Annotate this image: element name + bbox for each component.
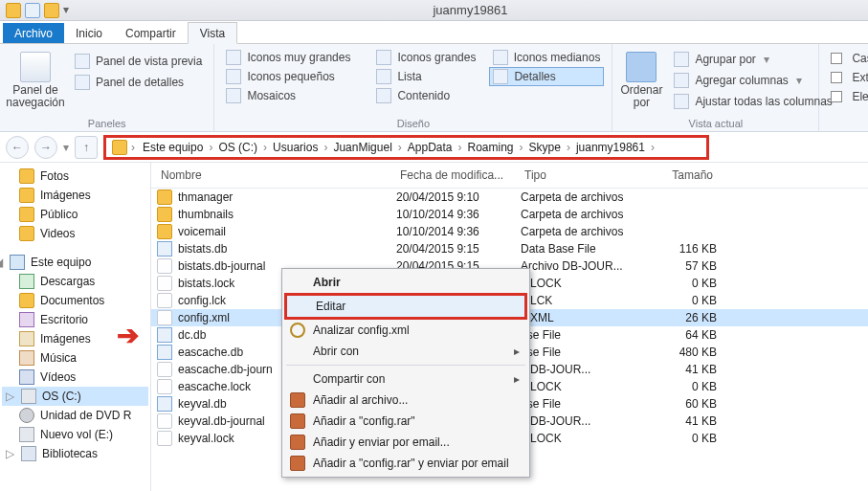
qat-dropdown-icon[interactable]: ▾ <box>63 3 78 18</box>
drive-icon <box>19 369 34 385</box>
tree-item[interactable]: Documentos <box>2 291 148 310</box>
chevron-right-icon[interactable]: › <box>396 141 404 154</box>
layout-small[interactable]: Iconos pequeños <box>222 67 370 86</box>
fit-columns-button[interactable]: Ajustar todas las columnas <box>670 92 835 111</box>
ctx-send-rar-email[interactable]: Añadir a "config.rar" y enviar por email <box>284 453 527 474</box>
expand-icon[interactable]: ◢ <box>0 256 4 269</box>
tree-item[interactable]: ▷OS (C:) <box>2 387 148 406</box>
file-icon <box>157 293 172 308</box>
md-icons-icon <box>493 50 507 65</box>
forward-button[interactable]: → <box>34 136 57 159</box>
tiles-icon <box>226 88 241 103</box>
chevron-right-icon[interactable]: › <box>565 141 572 154</box>
breadcrumb-item[interactable]: Skype <box>525 139 565 156</box>
titlebar: ▾ juanmy19861 <box>0 0 868 21</box>
breadcrumb-item[interactable]: JuanMiguel <box>329 139 395 156</box>
header-name[interactable]: Nombre <box>157 167 396 184</box>
tree-item[interactable]: Unidad de DVD R <box>2 406 148 425</box>
rar-icon <box>290 435 305 450</box>
rar-icon <box>290 413 305 429</box>
tree-item[interactable]: Público <box>2 205 148 224</box>
ctx-edit[interactable]: Editar <box>284 293 527 320</box>
chevron-right-icon[interactable]: › <box>129 141 137 154</box>
hidden-toggle[interactable]: Elem <box>827 88 868 105</box>
navigation-pane-button[interactable]: Panel de navegación <box>8 48 63 116</box>
pane-icon <box>20 52 51 82</box>
chevron-right-icon[interactable]: › <box>649 141 657 154</box>
drive-icon <box>19 350 34 366</box>
column-headers[interactable]: Nombre Fecha de modifica... Tipo Tamaño <box>151 163 868 189</box>
layout-details[interactable]: Detalles <box>489 67 604 86</box>
tab-view[interactable]: Vista <box>188 22 237 44</box>
tree-item[interactable]: Fotos <box>2 167 148 186</box>
breadcrumb-item[interactable]: juanmy19861 <box>572 139 649 156</box>
ribbon: Panel de navegación Panel de vista previ… <box>0 44 868 132</box>
breadcrumb-item[interactable]: Usuarios <box>269 139 322 156</box>
tree-this-pc[interactable]: ◢Este equipo <box>2 253 148 272</box>
expand-icon[interactable]: ▷ <box>6 390 15 403</box>
breadcrumb[interactable]: › Este equipo›OS (C:)›Usuarios›JuanMigue… <box>103 135 709 160</box>
layout-content[interactable]: Contenido <box>372 86 487 105</box>
open-icon[interactable] <box>44 3 59 18</box>
ctx-open-with[interactable]: Abrir con▸ <box>284 341 527 362</box>
preview-pane-icon <box>75 54 90 69</box>
tree-item[interactable]: Videos <box>2 224 148 243</box>
file-icon <box>157 327 172 343</box>
sort-by-button[interactable]: Ordenar por <box>620 48 662 116</box>
details-pane-button[interactable]: Panel de detalles <box>71 73 206 92</box>
file-row[interactable]: voicemail10/10/2014 9:36Carpeta de archi… <box>151 223 868 240</box>
breadcrumb-item[interactable]: Roaming <box>464 139 518 156</box>
layout-extra-large[interactable]: Iconos muy grandes <box>222 48 370 67</box>
add-columns-button[interactable]: Agregar columnas▾ <box>670 71 835 90</box>
file-list[interactable]: ➔ Nombre Fecha de modifica... Tipo Tamañ… <box>151 163 868 491</box>
properties-icon[interactable] <box>25 3 40 18</box>
preview-pane-button[interactable]: Panel de vista previa <box>71 52 206 71</box>
tree-item[interactable]: Imágenes <box>2 186 148 205</box>
group-by-icon <box>674 52 689 67</box>
ctx-share-with[interactable]: Compartir con▸ <box>284 368 527 390</box>
chevron-right-icon[interactable]: › <box>261 141 269 154</box>
folder-icon <box>112 140 127 155</box>
breadcrumb-item[interactable]: AppData <box>404 139 456 156</box>
chevron-right-icon[interactable]: › <box>456 141 464 154</box>
expand-icon[interactable]: ▷ <box>6 447 15 460</box>
drive-icon <box>19 408 34 423</box>
tab-share[interactable]: Compartir <box>114 23 188 43</box>
back-button[interactable]: ← <box>6 136 29 159</box>
layout-medium[interactable]: Iconos medianos <box>489 48 604 67</box>
tree-item[interactable]: Nuevo vol (E:) <box>2 425 148 444</box>
tab-file[interactable]: Archivo <box>3 23 64 43</box>
tab-home[interactable]: Inicio <box>64 23 114 43</box>
file-row[interactable]: bistats.db20/04/2015 9:15Data Base File1… <box>151 240 868 257</box>
history-dropdown[interactable]: ▾ <box>63 141 69 154</box>
file-row[interactable]: thumbnails10/10/2014 9:36Carpeta de arch… <box>151 206 868 223</box>
tree-item[interactable]: Vídeos <box>2 368 148 387</box>
quick-access-toolbar: ▾ <box>6 3 78 18</box>
layout-list[interactable]: Lista <box>372 67 487 86</box>
up-button[interactable]: ↑ <box>75 136 98 159</box>
breadcrumb-item[interactable]: Este equipo <box>139 139 207 156</box>
scan-icon <box>290 323 305 338</box>
group-by-button[interactable]: Agrupar por▾ <box>670 50 835 69</box>
ctx-add-rar[interactable]: Añadir a "config.rar" <box>284 411 527 432</box>
tree-item[interactable]: Música <box>2 348 148 368</box>
tree-item[interactable]: ▷Bibliotecas <box>2 444 148 463</box>
header-size[interactable]: Tamaño <box>645 167 717 184</box>
pc-icon <box>10 255 25 270</box>
ctx-add-archive[interactable]: Añadir al archivo... <box>284 390 527 411</box>
submenu-arrow-icon: ▸ <box>514 372 520 386</box>
file-row[interactable]: thmanager20/04/2015 9:10Carpeta de archi… <box>151 189 868 206</box>
extensions-toggle[interactable]: Exter <box>827 69 868 86</box>
header-date[interactable]: Fecha de modifica... <box>396 167 521 184</box>
header-type[interactable]: Tipo <box>521 167 645 184</box>
ctx-open[interactable]: Abrir <box>284 272 527 293</box>
chevron-right-icon[interactable]: › <box>518 141 525 154</box>
tree-item[interactable]: Descargas <box>2 272 148 291</box>
layout-tiles[interactable]: Mosaicos <box>222 86 370 105</box>
breadcrumb-item[interactable]: OS (C:) <box>214 139 261 156</box>
ctx-scan[interactable]: Analizar config.xml <box>284 320 527 341</box>
checkboxes-toggle[interactable]: Casil <box>827 50 868 67</box>
checkbox-icon <box>831 72 842 83</box>
layout-large[interactable]: Iconos grandes <box>372 48 487 67</box>
ctx-send-email[interactable]: Añadir y enviar por email... <box>284 432 527 453</box>
